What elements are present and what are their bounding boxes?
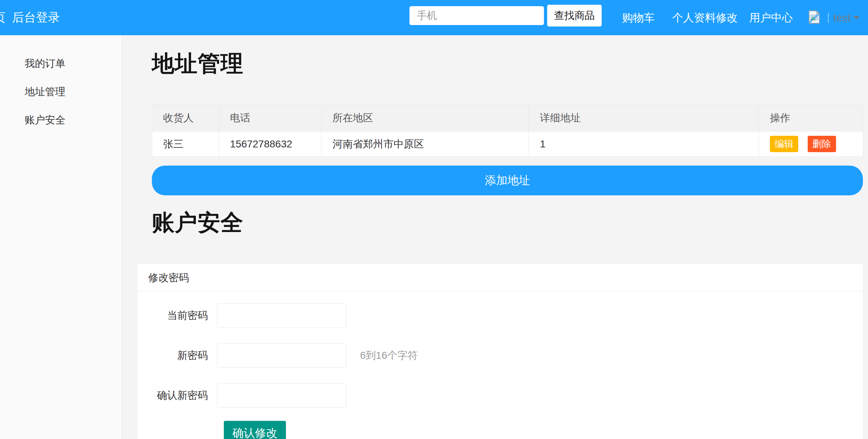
- confirm-password-label: 确认新密码: [137, 383, 208, 408]
- confirm-password-field[interactable]: [217, 383, 346, 408]
- table-header-row: 收货人 电话 所在地区 详细地址 操作: [152, 105, 863, 131]
- cell-detail: 1: [529, 131, 759, 157]
- sidebar-item-address-management[interactable]: 地址管理: [0, 78, 122, 106]
- change-password-card: 修改密码 当前密码 新密码 6到16个字符 确认新密码 确认修改: [137, 264, 863, 439]
- sidebar-item-my-orders[interactable]: 我的订单: [0, 49, 122, 78]
- change-password-form: 当前密码 新密码 6到16个字符 确认新密码 确认修改: [137, 292, 863, 439]
- col-header-phone: 电话: [219, 105, 322, 131]
- new-password-hint: 6到16个字符: [360, 349, 418, 362]
- nav-brand-group: 首页 后台登录: [0, 0, 60, 35]
- current-password-field[interactable]: [217, 303, 346, 328]
- current-password-label: 当前密码: [137, 303, 208, 328]
- page-title-security: 账户安全: [152, 207, 243, 238]
- cell-receiver: 张三: [152, 131, 219, 157]
- col-header-receiver: 收货人: [152, 105, 219, 131]
- form-row-new-password: 新密码 6到16个字符: [137, 343, 863, 368]
- delete-button[interactable]: 删除: [808, 136, 836, 152]
- user-divider: [828, 13, 829, 23]
- table-row: 张三 15672788632 河南省郑州市中原区 1 编辑 删除: [152, 131, 863, 157]
- sidebar-item-account-security[interactable]: 账户安全: [0, 106, 122, 134]
- sidebar: 我的订单 地址管理 账户安全: [0, 35, 122, 439]
- top-navbar: 首页 后台登录 查找商品 购物车 个人资料修改 用户中心 test: [0, 0, 868, 35]
- cell-region: 河南省郑州市中原区: [322, 131, 529, 157]
- broken-image-icon[interactable]: [808, 9, 820, 25]
- edit-button[interactable]: 编辑: [770, 136, 798, 152]
- confirm-change-button[interactable]: 确认修改: [224, 421, 286, 439]
- page-title-address: 地址管理: [152, 48, 243, 79]
- address-table: 收货人 电话 所在地区 详细地址 操作 张三 15672788632 河南省郑州…: [152, 104, 863, 157]
- nav-item-admin-login[interactable]: 后台登录: [12, 9, 60, 26]
- user-name[interactable]: test: [833, 0, 851, 35]
- new-password-label: 新密码: [137, 343, 208, 368]
- card-title: 修改密码: [137, 264, 863, 292]
- cell-actions: 编辑 删除: [759, 131, 863, 157]
- nav-item-cart[interactable]: 购物车: [622, 0, 655, 35]
- nav-item-home[interactable]: 首页: [0, 9, 5, 26]
- col-header-region: 所在地区: [322, 105, 529, 131]
- col-header-detail: 详细地址: [529, 105, 759, 131]
- add-address-button[interactable]: 添加地址: [152, 166, 863, 195]
- main-content: 地址管理 收货人 电话 所在地区 详细地址 操作 张三 15672788632 …: [122, 35, 868, 439]
- search-input[interactable]: [409, 6, 544, 25]
- nav-item-profile-edit[interactable]: 个人资料修改: [672, 0, 738, 35]
- new-password-field[interactable]: [217, 343, 346, 368]
- nav-item-user-center[interactable]: 用户中心: [749, 0, 793, 35]
- search-button[interactable]: 查找商品: [547, 5, 602, 27]
- chevron-down-icon[interactable]: [853, 16, 860, 20]
- form-row-confirm-password: 确认新密码: [137, 383, 863, 408]
- form-row-current-password: 当前密码: [137, 303, 863, 328]
- cell-phone: 15672788632: [219, 131, 322, 157]
- section-divider: [150, 250, 864, 251]
- col-header-actions: 操作: [759, 105, 863, 131]
